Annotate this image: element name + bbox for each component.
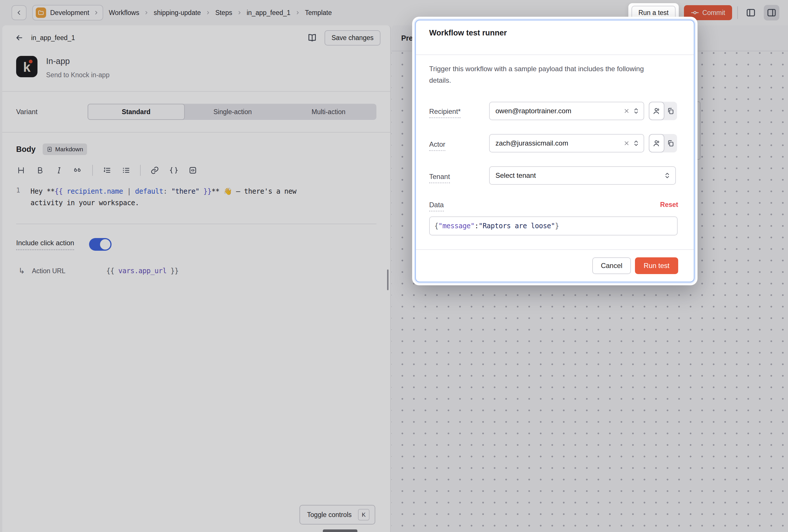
actor-mode-switcher: [649, 134, 677, 153]
actor-combobox-chevrons-icon[interactable]: [633, 139, 639, 147]
copy-icon: [667, 139, 674, 147]
run-test-button[interactable]: Run test: [635, 257, 678, 274]
actor-label: Actor: [429, 140, 445, 149]
actor-field: [489, 134, 644, 153]
modal-title: Workflow test runner: [429, 28, 507, 37]
actor-json-mode-button[interactable]: [664, 134, 677, 153]
app-window: Development Workflows shipping-update St…: [0, 0, 788, 532]
code-token: "Raptors are loose": [478, 222, 555, 230]
data-json-input[interactable]: {"message": "Raptors are loose"}: [429, 216, 677, 235]
copy-icon: [667, 107, 674, 115]
recipient-combobox-chevrons-icon[interactable]: [633, 107, 639, 115]
recipient-label: Recipient*: [429, 107, 460, 116]
tenant-label: Tenant: [429, 173, 450, 181]
cancel-button[interactable]: Cancel: [592, 257, 631, 274]
clear-recipient-icon[interactable]: [624, 108, 630, 114]
actor-user-mode-button[interactable]: [649, 134, 664, 153]
recipient-json-mode-button[interactable]: [664, 102, 677, 120]
tenant-select-value: Select tenant: [495, 172, 536, 180]
code-token: }: [555, 222, 559, 230]
workflow-test-runner-popover: Workflow test runner Trigger this workfl…: [412, 17, 697, 285]
code-token: :: [475, 222, 479, 230]
user-icon: [652, 139, 661, 147]
modal-description: Trigger this workflow with a sample payl…: [429, 63, 652, 86]
clear-actor-icon[interactable]: [624, 140, 630, 146]
recipient-user-mode-button[interactable]: [649, 102, 664, 120]
data-label: Data: [429, 201, 444, 209]
reset-data-link[interactable]: Reset: [660, 201, 678, 209]
recipient-mode-switcher: [649, 102, 677, 120]
modal-header-divider: [416, 55, 694, 55]
recipient-field: [489, 102, 644, 120]
workflow-test-runner-modal: Workflow test runner Trigger this workfl…: [415, 20, 695, 282]
tenant-select[interactable]: Select tenant: [489, 166, 676, 185]
actor-input[interactable]: [490, 139, 622, 147]
modal-footer-divider: [416, 249, 694, 250]
code-token: "message": [438, 222, 475, 230]
recipient-input[interactable]: [490, 107, 622, 115]
code-token: {: [434, 222, 438, 230]
user-icon: [652, 107, 661, 115]
tenant-select-chevrons-icon: [664, 172, 671, 180]
